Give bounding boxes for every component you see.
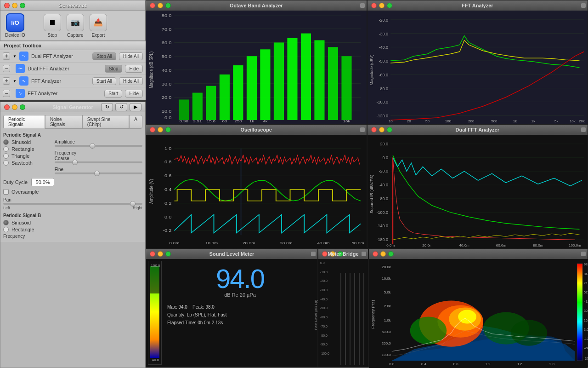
osc-close[interactable] xyxy=(150,127,155,132)
stop-btn[interactable]: Stop xyxy=(105,65,123,73)
dual-fft-min[interactable] xyxy=(379,127,384,132)
screenshot-titlebar: Screenshot xyxy=(0,0,145,11)
stop-toolbar-icon[interactable]: ⏹ xyxy=(44,14,61,31)
svg-text:-20.0: -20.0 xyxy=(379,18,388,23)
capture-toolbar-icon[interactable]: 📷 xyxy=(67,14,84,31)
export-toolbar-icon[interactable]: 📤 xyxy=(90,14,107,31)
rectangle-radio-a[interactable] xyxy=(3,146,9,152)
fine-thumb[interactable] xyxy=(94,171,100,176)
duty-cycle-input[interactable] xyxy=(31,178,54,186)
svg-text:500.0: 500.0 xyxy=(382,330,391,334)
hide-btn-4[interactable]: Hide xyxy=(125,90,143,98)
fft-max[interactable] xyxy=(387,3,392,8)
export-label: Export xyxy=(91,33,105,38)
coarse-slider[interactable] xyxy=(55,161,142,163)
pan-thumb[interactable] xyxy=(130,201,136,207)
screenshot-content: I/O Device IO ⏹ Stop 📷 Capture 📤 Export xyxy=(0,11,145,40)
sig-back-btn[interactable]: ↺ xyxy=(115,103,127,111)
spec-resize[interactable] xyxy=(581,252,586,256)
pan-section: Pan Left Right xyxy=(3,197,142,210)
spec-max[interactable] xyxy=(388,251,394,257)
sinusoid-radio-b[interactable] xyxy=(3,220,9,225)
tab-swept[interactable]: Swept Sine (Chirp) xyxy=(82,115,130,129)
hide-all-btn-3[interactable]: Hide All xyxy=(119,77,143,85)
osc-body: 1.0 0.8 0.6 0.4 0.2 0.0 -0.2 Amplitude (… xyxy=(146,135,367,248)
octave-max[interactable] xyxy=(165,3,171,8)
osc-resize[interactable] xyxy=(360,127,365,132)
tab-a[interactable]: A xyxy=(129,115,142,129)
sig-loop-btn[interactable]: ↻ xyxy=(101,103,113,111)
amplitude-thumb[interactable] xyxy=(90,143,95,149)
slm-max[interactable] xyxy=(165,251,171,257)
coarse-thumb[interactable] xyxy=(72,160,78,165)
io-button[interactable]: I/O xyxy=(6,13,24,32)
expand-1[interactable]: ▼ xyxy=(13,54,17,58)
svg-rect-149 xyxy=(577,264,582,361)
hide-all-btn-1[interactable]: Hide All xyxy=(119,52,143,60)
spec-close[interactable] xyxy=(373,251,378,257)
stop-all-btn[interactable]: Stop All xyxy=(92,52,116,60)
dual-fft-max[interactable] xyxy=(387,127,392,132)
spec-body: 20.0k 10.0k 5.0k 2.0k 1.0k 500.0 200.0 1… xyxy=(369,259,588,368)
start-all-btn[interactable]: Start All xyxy=(92,77,116,85)
osc-title: Oscilloscope xyxy=(241,127,272,132)
pan-slider[interactable] xyxy=(3,203,142,205)
mb-resize[interactable] xyxy=(362,252,366,256)
svg-rect-71 xyxy=(146,135,367,248)
slm-resize[interactable] xyxy=(311,252,316,256)
octave-min[interactable] xyxy=(158,3,163,8)
octave-close[interactable] xyxy=(150,3,155,8)
fine-slider[interactable] xyxy=(55,172,142,174)
sig-close-btn[interactable] xyxy=(4,104,10,110)
svg-text:63: 63 xyxy=(222,119,227,123)
mb-ch4 xyxy=(354,273,355,365)
spec-min[interactable] xyxy=(380,251,386,257)
triangle-radio-a[interactable] xyxy=(3,153,9,159)
rectangle-radio-b[interactable] xyxy=(3,227,9,232)
osc-max[interactable] xyxy=(165,127,171,132)
add-btn-1[interactable]: + xyxy=(3,52,10,60)
fft-close[interactable] xyxy=(371,3,377,8)
slm-min[interactable] xyxy=(158,251,163,257)
sig-gen-title: Signal Generator xyxy=(52,104,93,110)
start-btn[interactable]: Start xyxy=(104,90,122,98)
slm-quantity-row: Quantity: Lp (SPL), Flat, Fast xyxy=(167,311,313,319)
dual-fft-titlebar: Dual FFT Analyzer xyxy=(368,125,588,135)
octave-resize[interactable] xyxy=(360,3,365,8)
sig-min-btn[interactable] xyxy=(12,104,17,110)
svg-text:0.4: 0.4 xyxy=(421,362,427,366)
tab-noise[interactable]: Noise Signals xyxy=(45,115,82,129)
hide-btn-2[interactable]: Hide xyxy=(125,65,143,73)
add-btn-3[interactable]: + xyxy=(3,77,10,85)
svg-point-130 xyxy=(410,317,447,345)
sig-max-btn[interactable] xyxy=(20,104,25,110)
expand-3[interactable]: ▼ xyxy=(13,79,17,83)
max-btn[interactable] xyxy=(20,3,25,8)
tab-periodic[interactable]: Periodic Signals xyxy=(3,115,45,129)
close-btn[interactable] xyxy=(4,3,10,8)
sig-play-btn[interactable]: ▶ xyxy=(130,103,141,111)
fft-min[interactable] xyxy=(379,3,384,8)
svg-text:0.98: 0.98 xyxy=(180,119,188,123)
slm-close[interactable] xyxy=(150,251,155,257)
svg-text:-40.0: -40.0 xyxy=(379,183,388,187)
svg-text:100: 100 xyxy=(445,119,451,123)
mb-close[interactable] xyxy=(322,251,328,257)
min-btn[interactable] xyxy=(12,3,17,8)
screenshot-title: Screenshot xyxy=(59,3,87,8)
oversample-checkbox[interactable] xyxy=(3,189,9,195)
osc-min[interactable] xyxy=(158,127,163,132)
minus-btn-2[interactable]: − xyxy=(3,65,10,72)
dual-fft-win: Dual FFT Analyzer xyxy=(367,124,588,248)
minus-btn-4[interactable]: − xyxy=(3,90,10,97)
amplitude-slider[interactable] xyxy=(55,145,142,147)
fft-chart: -20.0 -30.0 -40.0 -50.0 -60.0 -80.0 -100… xyxy=(368,11,588,124)
mb-ch2-bar xyxy=(345,273,346,365)
coarse-label: Coarse xyxy=(55,156,142,161)
dual-fft-close[interactable] xyxy=(371,127,377,132)
slm-vu-bar: 100.0 xyxy=(148,261,162,365)
sawtooth-radio-a[interactable] xyxy=(3,160,9,166)
sinusoid-radio-a[interactable] xyxy=(3,139,9,145)
fft-resize[interactable] xyxy=(581,3,586,8)
dual-fft-resize[interactable] xyxy=(581,127,586,132)
